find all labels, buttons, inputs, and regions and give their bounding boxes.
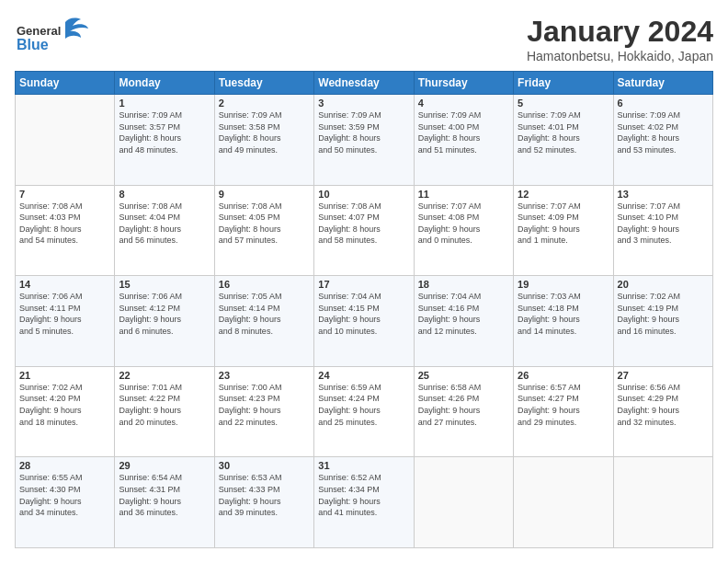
day-info: Sunrise: 7:02 AM Sunset: 4:19 PM Dayligh…: [618, 291, 709, 337]
day-number: 27: [618, 370, 709, 381]
day-info: Sunrise: 7:09 AM Sunset: 4:01 PM Dayligh…: [518, 109, 609, 155]
calendar-header-saturday: Saturday: [613, 72, 712, 95]
day-number: 17: [318, 279, 409, 290]
calendar-cell: 25Sunrise: 6:58 AM Sunset: 4:26 PM Dayli…: [414, 366, 513, 457]
calendar-cell: 24Sunrise: 6:59 AM Sunset: 4:24 PM Dayli…: [314, 366, 414, 457]
calendar-cell: 21Sunrise: 7:02 AM Sunset: 4:20 PM Dayli…: [16, 366, 115, 457]
calendar-cell: 18Sunrise: 7:04 AM Sunset: 4:16 PM Dayli…: [414, 276, 513, 367]
day-number: 13: [618, 189, 709, 200]
calendar-header-thursday: Thursday: [414, 72, 513, 95]
title-block: January 2024 Hamatonbetsu, Hokkaido, Jap…: [527, 15, 713, 63]
logo: General Blue: [15, 15, 97, 56]
day-number: 12: [518, 189, 609, 200]
day-number: 6: [618, 98, 709, 109]
day-info: Sunrise: 7:05 AM Sunset: 4:14 PM Dayligh…: [219, 291, 310, 337]
day-info: Sunrise: 7:07 AM Sunset: 4:08 PM Dayligh…: [418, 201, 509, 247]
day-number: 21: [19, 370, 110, 381]
calendar-cell: 22Sunrise: 7:01 AM Sunset: 4:22 PM Dayli…: [115, 366, 214, 457]
day-number: 1: [119, 98, 210, 109]
calendar-cell: 9Sunrise: 7:08 AM Sunset: 4:05 PM Daylig…: [214, 185, 313, 276]
day-number: 29: [119, 460, 210, 471]
calendar-cell: 30Sunrise: 6:53 AM Sunset: 4:33 PM Dayli…: [214, 457, 313, 548]
calendar-cell: 10Sunrise: 7:08 AM Sunset: 4:07 PM Dayli…: [314, 185, 414, 276]
day-number: 23: [219, 370, 310, 381]
calendar-cell: 5Sunrise: 7:09 AM Sunset: 4:01 PM Daylig…: [514, 95, 613, 186]
page: General Blue January 2024 Hamatonbetsu, …: [0, 0, 728, 563]
day-info: Sunrise: 7:07 AM Sunset: 4:09 PM Dayligh…: [518, 201, 609, 247]
calendar-week-row: 7Sunrise: 7:08 AM Sunset: 4:03 PM Daylig…: [16, 185, 713, 276]
day-info: Sunrise: 7:09 AM Sunset: 4:02 PM Dayligh…: [618, 109, 709, 155]
day-number: 14: [19, 279, 110, 290]
day-number: 20: [618, 279, 709, 290]
day-number: 22: [119, 370, 210, 381]
calendar-cell: 8Sunrise: 7:08 AM Sunset: 4:04 PM Daylig…: [115, 185, 214, 276]
day-info: Sunrise: 7:06 AM Sunset: 4:12 PM Dayligh…: [119, 291, 210, 337]
location-title: Hamatonbetsu, Hokkaido, Japan: [527, 49, 713, 63]
calendar-cell: 4Sunrise: 7:09 AM Sunset: 4:00 PM Daylig…: [414, 95, 513, 186]
day-info: Sunrise: 6:53 AM Sunset: 4:33 PM Dayligh…: [219, 472, 310, 518]
calendar-cell: 1Sunrise: 7:09 AM Sunset: 3:57 PM Daylig…: [115, 95, 214, 186]
calendar-cell: 6Sunrise: 7:09 AM Sunset: 4:02 PM Daylig…: [613, 95, 712, 186]
day-info: Sunrise: 7:08 AM Sunset: 4:03 PM Dayligh…: [19, 201, 110, 247]
calendar-cell: 29Sunrise: 6:54 AM Sunset: 4:31 PM Dayli…: [115, 457, 214, 548]
svg-text:General: General: [17, 24, 61, 38]
day-info: Sunrise: 7:08 AM Sunset: 4:05 PM Dayligh…: [219, 201, 310, 247]
day-info: Sunrise: 6:55 AM Sunset: 4:30 PM Dayligh…: [19, 472, 110, 518]
day-number: 28: [19, 460, 110, 471]
day-number: 19: [518, 279, 609, 290]
day-info: Sunrise: 7:09 AM Sunset: 3:59 PM Dayligh…: [318, 109, 409, 155]
calendar-header-sunday: Sunday: [16, 72, 115, 95]
day-info: Sunrise: 7:09 AM Sunset: 3:58 PM Dayligh…: [219, 109, 310, 155]
day-info: Sunrise: 6:56 AM Sunset: 4:29 PM Dayligh…: [618, 382, 709, 428]
calendar-cell: 17Sunrise: 7:04 AM Sunset: 4:15 PM Dayli…: [314, 276, 414, 367]
calendar-cell: 19Sunrise: 7:03 AM Sunset: 4:18 PM Dayli…: [514, 276, 613, 367]
calendar-week-row: 21Sunrise: 7:02 AM Sunset: 4:20 PM Dayli…: [16, 366, 713, 457]
calendar-header-wednesday: Wednesday: [314, 72, 414, 95]
day-number: 4: [418, 98, 509, 109]
day-number: 7: [19, 189, 110, 200]
day-number: 16: [219, 279, 310, 290]
calendar-cell: 12Sunrise: 7:07 AM Sunset: 4:09 PM Dayli…: [514, 185, 613, 276]
calendar-week-row: 14Sunrise: 7:06 AM Sunset: 4:11 PM Dayli…: [16, 276, 713, 367]
day-number: 15: [119, 279, 210, 290]
calendar-cell: 7Sunrise: 7:08 AM Sunset: 4:03 PM Daylig…: [16, 185, 115, 276]
calendar-cell: 28Sunrise: 6:55 AM Sunset: 4:30 PM Dayli…: [16, 457, 115, 548]
day-info: Sunrise: 6:59 AM Sunset: 4:24 PM Dayligh…: [318, 382, 409, 428]
day-number: 8: [119, 189, 210, 200]
day-number: 18: [418, 279, 509, 290]
calendar-cell: 11Sunrise: 7:07 AM Sunset: 4:08 PM Dayli…: [414, 185, 513, 276]
day-info: Sunrise: 7:04 AM Sunset: 4:15 PM Dayligh…: [318, 291, 409, 337]
day-info: Sunrise: 7:04 AM Sunset: 4:16 PM Dayligh…: [418, 291, 509, 337]
day-info: Sunrise: 7:08 AM Sunset: 4:04 PM Dayligh…: [119, 201, 210, 247]
svg-text:Blue: Blue: [17, 37, 49, 52]
day-number: 25: [418, 370, 509, 381]
header: General Blue January 2024 Hamatonbetsu, …: [15, 15, 713, 63]
calendar-cell: [414, 457, 513, 548]
day-info: Sunrise: 7:06 AM Sunset: 4:11 PM Dayligh…: [19, 291, 110, 337]
day-number: 31: [318, 460, 409, 471]
calendar-table: SundayMondayTuesdayWednesdayThursdayFrid…: [15, 71, 713, 548]
calendar-cell: [514, 457, 613, 548]
calendar-cell: [16, 95, 115, 186]
calendar-cell: 14Sunrise: 7:06 AM Sunset: 4:11 PM Dayli…: [16, 276, 115, 367]
day-number: 30: [219, 460, 310, 471]
day-info: Sunrise: 7:07 AM Sunset: 4:10 PM Dayligh…: [618, 201, 709, 247]
day-info: Sunrise: 7:08 AM Sunset: 4:07 PM Dayligh…: [318, 201, 409, 247]
calendar-header-friday: Friday: [514, 72, 613, 95]
calendar-cell: 31Sunrise: 6:52 AM Sunset: 4:34 PM Dayli…: [314, 457, 414, 548]
calendar-header-monday: Monday: [115, 72, 214, 95]
calendar-cell: 27Sunrise: 6:56 AM Sunset: 4:29 PM Dayli…: [613, 366, 712, 457]
day-number: 2: [219, 98, 310, 109]
day-info: Sunrise: 7:09 AM Sunset: 3:57 PM Dayligh…: [119, 109, 210, 155]
calendar-cell: 15Sunrise: 7:06 AM Sunset: 4:12 PM Dayli…: [115, 276, 214, 367]
logo-svg: General Blue: [15, 15, 97, 56]
day-number: 5: [518, 98, 609, 109]
day-number: 9: [219, 189, 310, 200]
calendar-cell: 26Sunrise: 6:57 AM Sunset: 4:27 PM Dayli…: [514, 366, 613, 457]
calendar-cell: 13Sunrise: 7:07 AM Sunset: 4:10 PM Dayli…: [613, 185, 712, 276]
day-number: 11: [418, 189, 509, 200]
calendar-cell: 20Sunrise: 7:02 AM Sunset: 4:19 PM Dayli…: [613, 276, 712, 367]
day-info: Sunrise: 7:01 AM Sunset: 4:22 PM Dayligh…: [119, 382, 210, 428]
calendar-cell: [613, 457, 712, 548]
day-info: Sunrise: 7:02 AM Sunset: 4:20 PM Dayligh…: [19, 382, 110, 428]
